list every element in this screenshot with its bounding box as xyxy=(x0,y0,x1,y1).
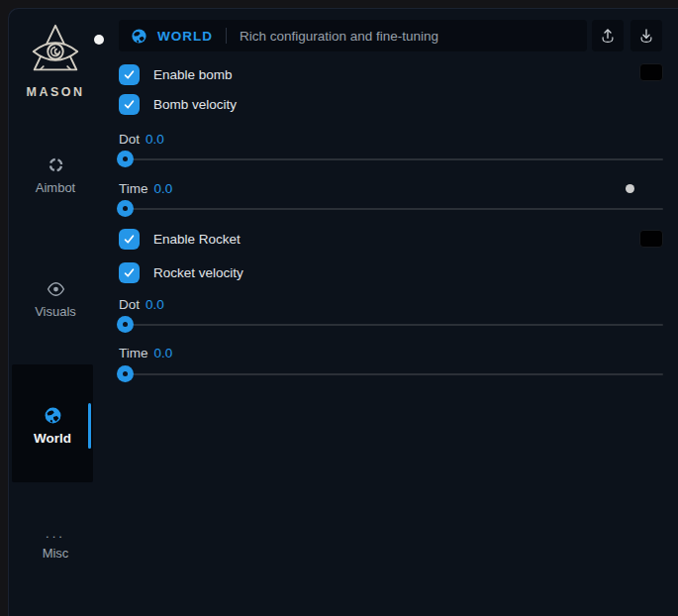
dot-slider-handle[interactable] xyxy=(117,316,134,333)
globe-icon xyxy=(131,28,147,45)
bomb-velocity-checkbox[interactable] xyxy=(119,94,140,115)
sidebar-item-world[interactable]: World xyxy=(12,364,93,482)
page-title: WORLD xyxy=(157,29,213,44)
enable-bomb-checkbox[interactable] xyxy=(119,64,140,85)
page-header: WORLD Rich configuration and fine-tuning xyxy=(119,20,587,51)
rocket-color-swatch[interactable] xyxy=(639,230,663,248)
enable-rocket-checkbox[interactable] xyxy=(119,229,140,250)
selected-indicator xyxy=(88,403,91,449)
ellipsis-icon: ... xyxy=(8,529,103,539)
page-subtitle: Rich configuration and fine-tuning xyxy=(240,29,438,44)
time-slider-handle[interactable] xyxy=(117,200,134,217)
check-icon xyxy=(123,233,136,246)
slider-label: Time0.0 xyxy=(119,346,172,360)
sidebar-item-label: World xyxy=(12,431,93,446)
dot-slider-track[interactable] xyxy=(119,324,663,326)
slider-value: 0.0 xyxy=(154,346,173,360)
slider-name: Time xyxy=(119,181,148,196)
cursor-dot-secondary xyxy=(626,184,634,193)
slider-value: 0.0 xyxy=(145,297,164,312)
check-icon xyxy=(123,266,136,279)
header-divider xyxy=(226,28,227,44)
checkbox-label: Bomb velocity xyxy=(153,97,237,112)
time-slider-track[interactable] xyxy=(119,208,663,210)
brand-name: MASON xyxy=(8,85,103,99)
download-icon xyxy=(637,27,655,45)
checkbox-row-rocket-velocity: Rocket velocity xyxy=(119,262,243,283)
sidebar-item-visuals[interactable]: Visuals xyxy=(8,281,103,319)
slider-name: Dot xyxy=(119,297,140,312)
slider-value: 0.0 xyxy=(154,181,173,196)
checkbox-row-enable-bomb: Enable bomb xyxy=(119,64,233,85)
app-window: MASON Aimbot Visuals xyxy=(8,8,678,616)
slider-label: Dot0.0 xyxy=(119,297,164,312)
eye-icon xyxy=(47,281,65,297)
crosshair-icon xyxy=(48,156,64,173)
check-icon xyxy=(123,98,136,111)
checkbox-row-bomb-velocity: Bomb velocity xyxy=(119,94,237,115)
upload-config-button[interactable] xyxy=(592,20,624,51)
checkbox-label: Enable bomb xyxy=(153,67,233,82)
slider-label: Dot0.0 xyxy=(119,132,164,147)
sidebar-item-aimbot[interactable]: Aimbot xyxy=(8,156,103,195)
sidebar-item-label: Visuals xyxy=(8,304,103,319)
cursor-dot xyxy=(94,35,104,45)
bomb-color-swatch[interactable] xyxy=(639,63,663,81)
upload-icon xyxy=(599,27,617,45)
sidebar: MASON Aimbot Visuals xyxy=(8,8,111,616)
rocket-velocity-checkbox[interactable] xyxy=(119,262,140,283)
download-config-button[interactable] xyxy=(630,20,662,51)
time-slider-handle[interactable] xyxy=(117,365,134,382)
sidebar-item-label: Aimbot xyxy=(8,180,103,195)
mason-eye-triangle-icon xyxy=(30,22,81,81)
sidebar-item-label: Misc xyxy=(8,546,103,561)
slider-name: Dot xyxy=(119,132,140,147)
content-panel: WORLD Rich configuration and fine-tuning xyxy=(119,8,663,616)
sidebar-item-misc[interactable]: ... Misc xyxy=(8,529,103,561)
checkbox-label: Enable Rocket xyxy=(153,232,241,247)
slider-name: Time xyxy=(119,346,148,360)
time-slider-track[interactable] xyxy=(119,373,663,375)
checkbox-row-enable-rocket: Enable Rocket xyxy=(119,229,241,250)
slider-value: 0.0 xyxy=(145,132,164,147)
checkbox-label: Rocket velocity xyxy=(153,265,243,280)
dot-slider-handle[interactable] xyxy=(117,151,134,167)
dot-slider-track[interactable] xyxy=(119,158,663,160)
globe-icon xyxy=(44,406,62,425)
slider-label: Time0.0 xyxy=(119,181,172,196)
check-icon xyxy=(123,68,136,81)
brand-logo: MASON xyxy=(8,22,103,99)
screen: MASON Aimbot Visuals xyxy=(0,0,678,616)
